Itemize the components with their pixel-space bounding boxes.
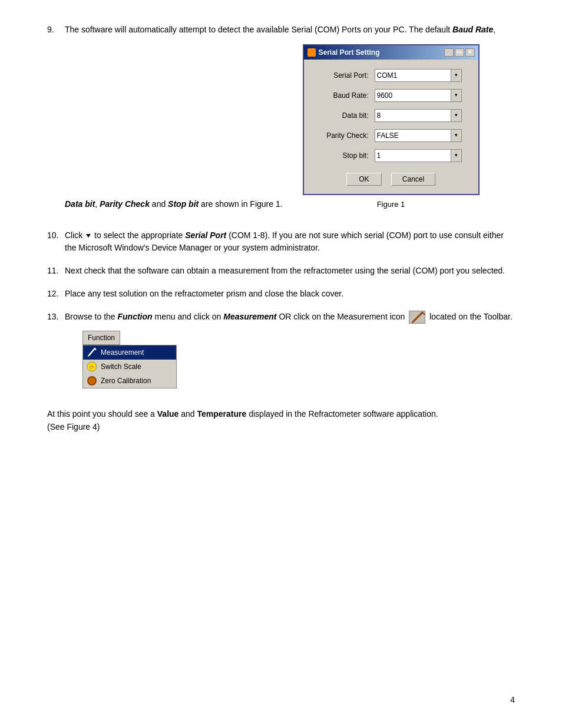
dialog-body: Serial Port: ▾ Baud Rate: ▾ — [304, 60, 478, 194]
step-9-text: The software will automatically attempt … — [65, 24, 515, 219]
data-bit-label: Data bit: — [316, 110, 369, 121]
zero-calibration-menu-item[interactable]: Zero Calibration — [83, 374, 176, 388]
step-13: 13. Browse to the Function menu and clic… — [47, 311, 515, 396]
function-menu-dropdown: Measurement ⟳ Switch Scale — [82, 345, 177, 388]
measurement-menu-icon — [87, 347, 97, 358]
step-13-text: Browse to the Function menu and click on… — [65, 311, 515, 396]
measurement-menu-item[interactable]: Measurement — [83, 345, 176, 360]
switch-scale-menu-icon: ⟳ — [87, 361, 97, 372]
ok-button[interactable]: OK — [346, 173, 382, 186]
switch-scale-menu-label: Switch Scale — [101, 361, 141, 372]
parity-check-label: Parity Check: — [316, 130, 369, 141]
menu-bar: Function — [82, 331, 120, 345]
page-number: 4 — [510, 695, 515, 704]
measurement-menu-label: Measurement — [101, 347, 144, 358]
baud-rate-dropdown[interactable]: ▾ — [451, 89, 462, 102]
parity-check-input[interactable] — [375, 129, 451, 142]
step-9-number: 9. — [47, 24, 65, 219]
figure-1-caption: Figure 1 — [303, 199, 480, 210]
step-12-text: Place any test solution on the refractom… — [65, 288, 515, 300]
baud-rate-label: Baud Rate: — [316, 90, 369, 101]
function-menu-screenshot: Function Measurement — [82, 331, 177, 388]
step-9: 9. The software will automatically attem… — [47, 24, 515, 219]
zero-calibration-menu-icon — [87, 375, 97, 386]
stop-bit-input[interactable] — [375, 149, 451, 162]
baud-rate-control: ▾ — [375, 89, 467, 102]
baud-rate-input[interactable] — [375, 89, 451, 102]
zero-calibration-menu-label: Zero Calibration — [101, 375, 151, 386]
function-menu-bar-item[interactable]: Function — [82, 331, 120, 345]
minimize-button[interactable]: _ — [444, 48, 454, 57]
step-11-number: 11. — [47, 265, 65, 277]
dialog-buttons: OK Cancel — [316, 169, 467, 186]
titlebar-controls: _ ▭ ✕ — [444, 48, 475, 57]
parity-check-dropdown[interactable]: ▾ — [451, 129, 462, 142]
cancel-button[interactable]: Cancel — [391, 173, 435, 186]
serial-port-dropdown[interactable]: ▾ — [451, 69, 462, 82]
close-button[interactable]: ✕ — [465, 48, 475, 57]
dialog-titlebar: Serial Port Setting _ ▭ ✕ — [304, 45, 478, 60]
serial-port-dialog: Serial Port Setting _ ▭ ✕ Serial Port: — [303, 44, 480, 195]
svg-line-6 — [88, 355, 89, 357]
bottom-text: At this point you should see a Value and… — [47, 407, 515, 434]
stop-bit-control: ▾ — [375, 149, 467, 162]
data-bit-control: ▾ — [375, 109, 467, 122]
data-bit-row: Data bit: ▾ — [316, 109, 467, 122]
step-13-number: 13. — [47, 311, 65, 396]
dropdown-arrow-icon — [86, 234, 91, 238]
stop-bit-dropdown[interactable]: ▾ — [451, 149, 462, 162]
svg-line-4 — [89, 348, 95, 355]
step-11: 11. Next check that the software can obt… — [47, 265, 515, 277]
step-12-number: 12. — [47, 288, 65, 300]
baud-rate-row: Baud Rate: ▾ — [316, 89, 467, 102]
figure-1-container: Serial Port Setting _ ▭ ✕ Serial Port: — [303, 44, 480, 210]
svg-text:⟳: ⟳ — [90, 364, 94, 370]
switch-scale-menu-item[interactable]: ⟳ Switch Scale — [83, 360, 176, 374]
svg-line-5 — [95, 348, 96, 350]
step-10: 10. Click to select the appropriate Seri… — [47, 229, 515, 254]
parity-check-control: ▾ — [375, 129, 467, 142]
data-bit-input[interactable] — [375, 109, 451, 122]
step-11-text: Next check that the software can obtain … — [65, 265, 515, 277]
serial-port-label: Serial Port: — [316, 70, 369, 81]
dialog-title: Serial Port Setting — [319, 47, 380, 58]
step-10-number: 10. — [47, 229, 65, 254]
page-content: 9. The software will automatically attem… — [47, 24, 515, 434]
restore-button[interactable]: ▭ — [455, 48, 464, 57]
zero-icon — [87, 376, 97, 386]
serial-port-control: ▾ — [375, 69, 467, 82]
step-10-text: Click to select the appropriate Serial P… — [65, 229, 515, 254]
step-12: 12. Place any test solution on the refra… — [47, 288, 515, 300]
data-bit-dropdown[interactable]: ▾ — [451, 109, 462, 122]
measurement-icon — [409, 311, 425, 324]
stop-bit-row: Stop bit: ▾ — [316, 149, 467, 162]
serial-port-input[interactable] — [375, 69, 451, 82]
serial-port-row: Serial Port: ▾ — [316, 69, 467, 82]
stop-bit-label: Stop bit: — [316, 150, 369, 161]
dialog-icon — [308, 48, 316, 57]
parity-check-row: Parity Check: ▾ — [316, 129, 467, 142]
